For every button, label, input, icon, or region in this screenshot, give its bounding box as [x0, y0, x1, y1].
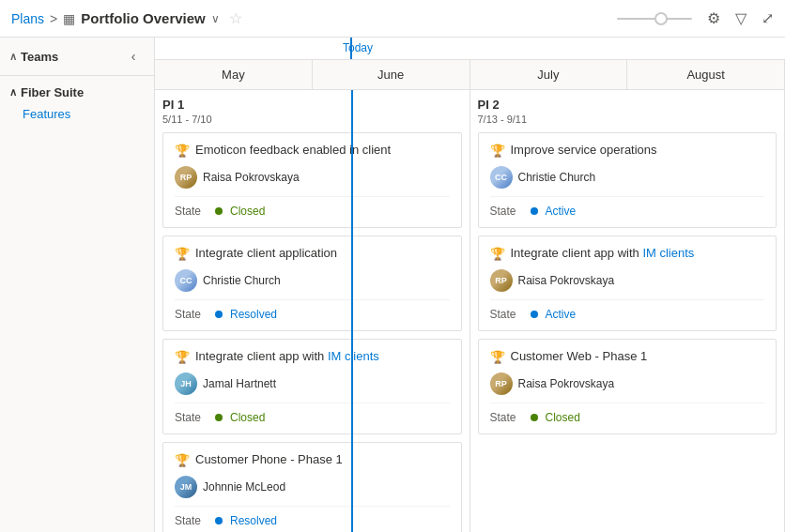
timeline-body: PI 1 5/11 - 7/10 🏆 Emoticon feedback ena…: [155, 90, 785, 532]
feature-state-3: State Closed: [175, 403, 450, 424]
feature-card-2[interactable]: 🏆 Integrate client application CC Christ…: [162, 236, 462, 331]
feature-title-row-3: 🏆 Integrate client app with IM clients: [175, 349, 450, 365]
feature-title-6: Integrate client app with IM clients: [511, 246, 695, 262]
state-dot-2: [215, 311, 223, 318]
feature-title-2: Integrate client application: [195, 246, 337, 262]
title-chevron-icon[interactable]: ∨: [211, 12, 220, 25]
today-label: Today: [343, 41, 373, 54]
today-indicator-row: Today: [155, 38, 785, 60]
trophy-icon-3: 🏆: [175, 350, 190, 364]
pi2-dates: 7/13 - 9/11: [478, 114, 777, 125]
avatar-raisa-6: RP: [490, 269, 513, 292]
feature-state-2: State Resolved: [175, 299, 450, 321]
sidebar-teams-label: Teams: [21, 50, 58, 64]
state-label-1: State: [175, 205, 208, 218]
avatar-raisa-7: RP: [490, 372, 513, 395]
avatar-jamal-3: JH: [175, 372, 197, 395]
pi-section-1: PI 1 5/11 - 7/10 🏆 Emoticon feedback ena…: [155, 90, 470, 532]
expand-icon[interactable]: ⤢: [762, 9, 774, 27]
timeline-header: Today May June July August: [155, 38, 785, 90]
feature-card-6[interactable]: 🏆 Integrate client app with IM clients R…: [478, 236, 777, 331]
feature-state-5: State Active: [490, 196, 765, 218]
feature-title-1: Emoticon feedback enabled in client: [195, 143, 391, 159]
feature-card-4[interactable]: 🏆 Customer Phone - Phase 1 JM Johnnie Mc…: [162, 442, 462, 532]
state-value-5: Active: [546, 205, 577, 218]
feature-title-row-1: 🏆 Emoticon feedback enabled in client: [175, 143, 450, 159]
feature-state-1: State Closed: [175, 196, 450, 218]
person-name-7: Raisa Pokrovskaya: [518, 377, 615, 390]
sidebar-header: ∧ Teams ‹: [0, 38, 154, 76]
main-layout: ∧ Teams ‹ ∧ Fiber Suite Features Today: [0, 38, 785, 532]
breadcrumb-plans-link[interactable]: Plans: [11, 11, 44, 26]
feature-title-row-2: 🏆 Integrate client application: [175, 246, 450, 262]
trophy-icon-6: 🏆: [490, 247, 505, 261]
feature-person-5: CC Christie Church: [490, 166, 765, 189]
months-row: May June July August: [155, 60, 785, 90]
sidebar-collapse-button[interactable]: ‹: [122, 45, 145, 68]
pi-section-2: PI 2 7/13 - 9/11 🏆 Improve service opera…: [470, 90, 786, 532]
trophy-icon-5: 🏆: [490, 144, 505, 158]
pi2-title: PI 2: [478, 98, 777, 112]
zoom-track[interactable]: [617, 18, 692, 20]
month-may: May: [155, 60, 313, 89]
breadcrumb: Plans > ▦ Portfolio Overview ∨ ☆: [11, 9, 617, 27]
state-dot-1: [215, 207, 223, 215]
zoom-thumb[interactable]: [654, 12, 668, 25]
state-label-2: State: [175, 308, 208, 321]
sidebar-header-left: ∧ Teams: [9, 50, 58, 64]
feature-title-row-4: 🏆 Customer Phone - Phase 1: [175, 452, 450, 468]
state-dot-5: [531, 207, 538, 215]
sidebar-item-features[interactable]: Features: [0, 103, 154, 125]
group-chevron-icon: ∧: [9, 86, 17, 99]
sidebar-group-header[interactable]: ∧ Fiber Suite: [0, 82, 154, 103]
state-dot-7: [531, 414, 538, 421]
state-value-3: Closed: [230, 411, 265, 424]
feature-card-3[interactable]: 🏆 Integrate client app with IM clients J…: [162, 339, 462, 434]
feature-card-7[interactable]: 🏆 Customer Web - Phase 1 RP Raisa Pokrov…: [478, 339, 777, 434]
person-name-6: Raisa Pokrovskaya: [518, 274, 615, 287]
feature-card-1[interactable]: 🏆 Emoticon feedback enabled in client RP…: [162, 132, 462, 228]
zoom-control[interactable]: [617, 18, 692, 20]
feature-state-7: State Closed: [490, 403, 765, 424]
feature-state-4: State Resolved: [175, 506, 450, 527]
header-controls: ⚙ ▽ ⤢: [617, 9, 774, 27]
feature-person-3: JH Jamal Hartnett: [175, 372, 450, 395]
feature-person-6: RP Raisa Pokrovskaya: [490, 269, 765, 292]
feature-person-1: RP Raisa Pokrovskaya: [175, 166, 450, 189]
state-value-1: Closed: [230, 205, 265, 218]
state-label-3: State: [175, 411, 208, 424]
settings-icon[interactable]: ⚙: [707, 9, 720, 27]
avatar-raisa-1: RP: [175, 166, 197, 189]
feature-title-3: Integrate client app with IM clients: [195, 349, 379, 365]
trophy-icon-7: 🏆: [490, 350, 505, 364]
month-august: August: [627, 60, 785, 89]
trophy-icon-4: 🏆: [175, 453, 190, 467]
avatar-img-6: RP: [490, 269, 513, 292]
avatar-christie-2: CC: [175, 269, 197, 292]
feature-title-4: Customer Phone - Phase 1: [195, 452, 343, 468]
person-name-1: Raisa Pokrovskaya: [203, 171, 300, 184]
state-dot-6: [531, 311, 538, 318]
feature-person-4: JM Johnnie McLeod: [175, 476, 450, 498]
avatar-img-4: JM: [175, 476, 197, 498]
feature-card-5[interactable]: 🏆 Improve service operations CC Christie…: [478, 132, 777, 228]
collapse-icon: ‹: [131, 49, 136, 64]
breadcrumb-separator: >: [50, 11, 57, 26]
favorite-icon[interactable]: ☆: [229, 9, 242, 27]
avatar-img-7: RP: [490, 372, 513, 395]
state-label-4: State: [175, 514, 208, 527]
person-name-4: Johnnie McLeod: [203, 480, 285, 494]
avatar-img-3: JH: [175, 372, 197, 395]
timeline-container: Today May June July August PI 1 5/11 - 7…: [155, 38, 785, 532]
state-label-7: State: [490, 411, 523, 424]
state-dot-3: [215, 414, 223, 421]
pi1-dates: 5/11 - 7/10: [162, 114, 462, 125]
state-value-7: Closed: [546, 411, 580, 424]
sidebar-group-fiber-suite: ∧ Fiber Suite Features: [0, 76, 154, 130]
person-name-3: Jamal Hartnett: [203, 377, 276, 390]
teams-chevron-icon[interactable]: ∧: [9, 51, 17, 63]
state-label-5: State: [490, 205, 523, 218]
month-june: June: [313, 60, 470, 89]
month-july: July: [470, 60, 628, 89]
filter-icon[interactable]: ▽: [735, 9, 747, 27]
